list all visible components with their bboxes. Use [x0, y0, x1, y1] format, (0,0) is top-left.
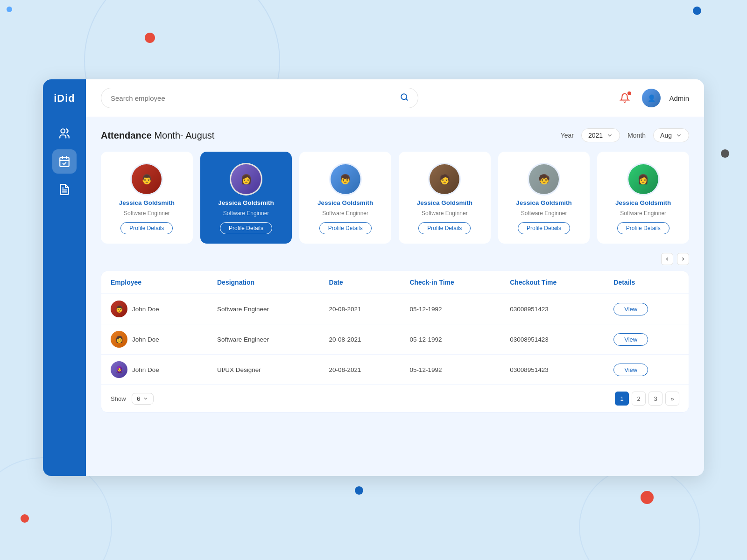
sidebar-item-checkin[interactable] — [52, 149, 77, 174]
sidebar-logo: iDid — [54, 92, 75, 105]
bg-dot-blue-sm-top — [7, 7, 12, 12]
chevron-down-month-icon — [676, 132, 682, 139]
row-emp-name-2: John Doe — [132, 336, 159, 343]
cell-checkout-3: 03008951423 — [500, 355, 604, 385]
profile-details-btn-1[interactable]: Profile Details — [120, 222, 173, 234]
search-input[interactable] — [111, 94, 395, 102]
table-row: 🧕 John Doe UI/UX Designer 20-08-2021 05-… — [101, 355, 689, 385]
sidebar-item-users[interactable] — [52, 121, 77, 146]
emp-avatar-2: 👩 — [230, 163, 262, 196]
page-btn-1[interactable]: 1 — [615, 392, 629, 406]
emp-card-2[interactable]: 👩 Jessica Goldsmith Software Enginner Pr… — [200, 152, 292, 244]
bg-dot-gray-mr — [721, 149, 729, 158]
cell-employee-3: 🧕 John Doe — [101, 355, 208, 385]
page-next-btn[interactable]: » — [665, 392, 679, 406]
emp-avatar-6: 👩 — [627, 163, 660, 196]
cards-prev-btn[interactable] — [661, 253, 673, 265]
sidebar-item-reports[interactable] — [52, 177, 77, 202]
emp-avatar-3: 👦 — [329, 163, 362, 196]
row-emp-name-1: John Doe — [132, 306, 159, 313]
emp-card-5[interactable]: 🧒 Jessica Goldsmith Software Enginner Pr… — [498, 152, 590, 244]
profile-details-btn-5[interactable]: Profile Details — [518, 222, 570, 234]
chevron-down-icon — [606, 132, 613, 139]
view-btn-2[interactable]: View — [613, 333, 648, 346]
attendance-title-sub: Month- August — [152, 130, 215, 140]
emp-role-5: Software Enginner — [521, 210, 567, 217]
header: 👤 Admin — [86, 79, 704, 117]
search-icon — [400, 93, 409, 103]
avatar: 👤 — [642, 89, 661, 107]
emp-role-3: Software Enginner — [322, 210, 368, 217]
col-date: Date — [320, 271, 401, 294]
col-designation: Designation — [208, 271, 320, 294]
employee-cards-row: 👨 Jessica Goldsmith Software Enginner Pr… — [101, 152, 689, 244]
main-content: 👤 Admin Attendance Month- August Year 20… — [86, 79, 704, 476]
svg-line-8 — [406, 98, 407, 100]
year-label: Year — [561, 132, 574, 139]
table-row: 👩 John Doe Software Engineer 20-08-2021 … — [101, 324, 689, 355]
body-content: Attendance Month- August Year 2021 Month… — [86, 117, 704, 476]
show-label: Show — [111, 395, 126, 402]
page-btn-3[interactable]: 3 — [648, 392, 662, 406]
cell-checkin-1: 05-12-1992 — [400, 294, 500, 324]
cell-details-3: View — [604, 355, 689, 385]
svg-point-0 — [61, 129, 65, 133]
bg-dot-blue-bm — [355, 486, 363, 495]
emp-name-4: Jessica Goldsmith — [417, 199, 472, 206]
emp-name-6: Jessica Goldsmith — [615, 199, 671, 206]
emp-name-5: Jessica Goldsmith — [516, 199, 571, 206]
cell-date-2: 20-08-2021 — [320, 324, 401, 355]
col-checkout: Checkout Time — [500, 271, 604, 294]
cell-designation-3: UI/UX Designer — [208, 355, 320, 385]
profile-details-btn-4[interactable]: Profile Details — [418, 222, 471, 234]
header-right: 👤 Admin — [616, 89, 689, 107]
cards-next-btn[interactable] — [677, 253, 689, 265]
emp-card-3[interactable]: 👦 Jessica Goldsmith Software Enginner Pr… — [299, 152, 391, 244]
profile-details-btn-6[interactable]: Profile Details — [617, 222, 669, 234]
show-value: 6 — [137, 395, 140, 402]
cell-checkin-3: 05-12-1992 — [400, 355, 500, 385]
emp-role-6: Software Enginner — [620, 210, 666, 217]
table-row: 👨 John Doe Software Engineer 20-08-2021 … — [101, 294, 689, 324]
emp-card-4[interactable]: 🧑 Jessica Goldsmith Software Enginner Pr… — [399, 152, 491, 244]
cards-pagination — [101, 253, 689, 265]
show-select[interactable]: 6 — [132, 393, 154, 405]
col-details: Details — [604, 271, 689, 294]
attendance-header: Attendance Month- August Year 2021 Month… — [101, 128, 689, 142]
year-value: 2021 — [588, 132, 603, 139]
app-container: iDid — [43, 79, 704, 476]
view-btn-3[interactable]: View — [613, 364, 648, 376]
cell-checkout-1: 03008951423 — [500, 294, 604, 324]
search-bar[interactable] — [101, 88, 418, 108]
profile-details-btn-2[interactable]: Profile Details — [220, 222, 272, 234]
cell-designation-2: Software Engineer — [208, 324, 320, 355]
profile-details-btn-3[interactable]: Profile Details — [319, 222, 372, 234]
emp-name-3: Jessica Goldsmith — [317, 199, 373, 206]
cell-checkin-2: 05-12-1992 — [400, 324, 500, 355]
view-btn-1[interactable]: View — [613, 303, 648, 315]
emp-role-2: Software Enginner — [223, 210, 269, 217]
emp-avatar-1: 👨 — [130, 163, 163, 196]
emp-avatar-4: 🧑 — [428, 163, 461, 196]
cell-checkout-2: 03008951423 — [500, 324, 604, 355]
emp-card-6[interactable]: 👩 Jessica Goldsmith Software Enginner Pr… — [597, 152, 689, 244]
show-chevron-icon — [143, 396, 148, 401]
month-select[interactable]: Aug — [653, 128, 689, 142]
cell-designation-1: Software Engineer — [208, 294, 320, 324]
page-btn-2[interactable]: 2 — [632, 392, 646, 406]
month-label: Month — [627, 132, 646, 139]
attendance-table: Employee Designation Date Check-in Time … — [101, 271, 689, 413]
bg-circle-br — [579, 467, 700, 560]
table-footer: Show 6 1 2 3 » — [101, 385, 689, 412]
col-checkin: Check-in Time — [400, 271, 500, 294]
cell-date-1: 20-08-2021 — [320, 294, 401, 324]
row-emp-name-3: John Doe — [132, 366, 159, 373]
emp-card-1[interactable]: 👨 Jessica Goldsmith Software Enginner Pr… — [101, 152, 193, 244]
emp-avatar-5: 🧒 — [528, 163, 560, 196]
show-control: Show 6 — [111, 393, 154, 405]
month-value: Aug — [660, 132, 672, 139]
year-select[interactable]: 2021 — [581, 128, 620, 142]
col-employee: Employee — [101, 271, 208, 294]
notification-dot — [627, 91, 631, 95]
notification-button[interactable] — [616, 89, 634, 107]
